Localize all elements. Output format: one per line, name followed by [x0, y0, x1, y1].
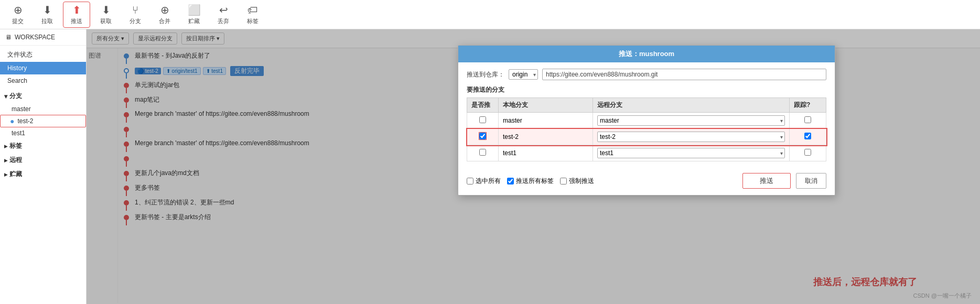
- toolbar-fetch-label: 获取: [100, 17, 112, 25]
- toolbar-pull-label: 拉取: [41, 17, 53, 25]
- branch-push-checkbox-2[interactable]: [479, 149, 486, 156]
- chevron-right-icon-3: ▸: [4, 171, 7, 178]
- toolbar-branch[interactable]: ⑂ 分支: [122, 2, 149, 28]
- branch-track-checkbox-2[interactable]: [804, 149, 811, 156]
- select-all-checkbox[interactable]: [467, 178, 473, 184]
- workspace-label: WORKSPACE: [15, 34, 55, 41]
- push-button[interactable]: 推送: [742, 173, 791, 189]
- toolbar-commit[interactable]: ⊕ 提交: [4, 2, 31, 28]
- branch-remote-select-2[interactable]: test1: [597, 148, 785, 158]
- sidebar-branch-test1[interactable]: test1: [0, 127, 86, 139]
- th-track: 跟踪?: [790, 98, 826, 113]
- sidebar-tags-group[interactable]: ▸ 标签: [0, 139, 86, 153]
- tag-icon: 🏷: [247, 4, 258, 16]
- push-all-tags-label[interactable]: 推送所有标签: [507, 177, 554, 186]
- toolbar-commit-label: 提交: [12, 17, 24, 25]
- chevron-right-icon-2: ▸: [4, 157, 7, 164]
- toolbar-discard-label: 丢弃: [218, 17, 229, 25]
- pull-icon: ⬇: [43, 4, 52, 16]
- toolbar-discard[interactable]: ↩ 丢弃: [210, 2, 237, 28]
- sidebar: 🖥 WORKSPACE 文件状态 History Search ▾ 分支 mas…: [0, 29, 87, 304]
- repo-select[interactable]: origin: [509, 69, 538, 80]
- repo-row: 推送到仓库： origin: [467, 69, 826, 80]
- workspace-item[interactable]: 🖥 WORKSPACE: [0, 29, 86, 46]
- branch-remote-0: master▾: [593, 113, 790, 129]
- sidebar-branches-group[interactable]: ▾ 分支: [0, 89, 86, 103]
- remote-group-label: 远程: [9, 156, 22, 165]
- branch-local-1: test-2: [499, 129, 593, 145]
- toolbar-tag-label: 标签: [247, 17, 259, 25]
- branch-test2-label: test-2: [17, 117, 33, 125]
- branch-table: 是否推 本地分支 远程分支 跟踪? mastermaster▾test-2tes…: [467, 97, 826, 161]
- fetch-icon: ⬇: [102, 4, 111, 16]
- discard-icon: ↩: [219, 4, 228, 16]
- force-push-label[interactable]: 强制推送: [560, 177, 594, 186]
- branch-test1-label: test1: [12, 129, 25, 137]
- sidebar-remote-group[interactable]: ▸ 远程: [0, 153, 86, 167]
- push-modal: 推送：mushroom 推送到仓库： origin 要推送的分支: [458, 45, 835, 196]
- sidebar-file-status-section: 文件状态 History Search: [0, 46, 86, 89]
- chevron-down-icon: ▾: [4, 93, 7, 100]
- branch-track-checkbox-0[interactable]: [804, 116, 811, 123]
- cancel-button[interactable]: 取消: [796, 173, 826, 189]
- push-icon: ⬆: [72, 4, 81, 16]
- modal-footer: 选中所有 推送所有标签 强制推送 推送 取消: [458, 168, 835, 195]
- sidebar-search[interactable]: Search: [0, 74, 86, 87]
- commit-icon: ⊕: [14, 4, 23, 16]
- branch-local-0: master: [499, 113, 593, 129]
- branch-list: master ● test-2 test1: [0, 103, 86, 139]
- section-label: 要推送的分支: [467, 85, 826, 94]
- branch-track-checkbox-1[interactable]: [804, 133, 811, 139]
- th-local: 本地分支: [499, 98, 593, 113]
- sidebar-file-status[interactable]: 文件状态: [0, 48, 86, 62]
- branches-group-label: 分支: [9, 92, 22, 101]
- toolbar-push[interactable]: ⬆ 推送: [63, 2, 90, 28]
- modal-body: 推送到仓库： origin 要推送的分支 是否推 本地分支: [458, 62, 835, 168]
- branch-master-label: master: [12, 105, 31, 113]
- toolbar-push-label: 推送: [71, 17, 82, 25]
- history-label: History: [7, 64, 27, 72]
- footer-left: 选中所有 推送所有标签 强制推送: [467, 177, 594, 186]
- stash-icon: ⬜: [188, 4, 201, 16]
- branch-push-checkbox-0[interactable]: [479, 116, 486, 123]
- select-all-label[interactable]: 选中所有: [467, 177, 501, 186]
- footer-right: 推送 取消: [742, 173, 826, 189]
- main-layout: 🖥 WORKSPACE 文件状态 History Search ▾ 分支 mas…: [0, 29, 980, 304]
- toolbar-pull[interactable]: ⬇ 拉取: [34, 2, 61, 28]
- th-remote: 远程分支: [593, 98, 790, 113]
- merge-icon: ⊕: [160, 4, 169, 16]
- toolbar-fetch[interactable]: ⬇ 获取: [92, 2, 120, 28]
- stash-group-label: 贮藏: [9, 170, 22, 179]
- toolbar-branch-label: 分支: [130, 17, 141, 25]
- branch-push-checkbox-1[interactable]: [479, 133, 486, 139]
- push-all-tags-checkbox[interactable]: [507, 178, 514, 184]
- sidebar-branch-test2[interactable]: ● test-2: [0, 115, 86, 127]
- branch-remote-2: test1▾: [593, 145, 790, 161]
- tags-group-label: 标签: [9, 142, 22, 150]
- branch-remote-select-0[interactable]: master: [597, 115, 785, 126]
- branch-icon: ⑂: [132, 4, 138, 16]
- toolbar-merge-label: 合并: [159, 17, 170, 25]
- current-branch-dot: ●: [10, 117, 14, 125]
- toolbar-stash-label: 贮藏: [188, 17, 200, 25]
- repo-url-input[interactable]: [542, 69, 826, 80]
- branch-remote-1: test-2▾: [593, 129, 790, 145]
- branch-remote-select-1[interactable]: test-2: [597, 132, 785, 142]
- toolbar-merge[interactable]: ⊕ 合并: [151, 2, 178, 28]
- modal-title: 推送：mushroom: [458, 46, 835, 62]
- th-is-push: 是否推: [467, 98, 499, 113]
- search-label: Search: [7, 77, 27, 84]
- content-area: 所有分支 ▾ 显示远程分支 按日期排序 ▾ 图谱 最新书签 - 到Java的反射…: [87, 29, 980, 304]
- force-push-checkbox[interactable]: [560, 178, 567, 184]
- branch-local-2: test1: [499, 145, 593, 161]
- toolbar-tag[interactable]: 🏷 标签: [239, 2, 266, 28]
- sidebar-stash-group[interactable]: ▸ 贮藏: [0, 167, 86, 181]
- repo-label: 推送到仓库：: [467, 70, 504, 79]
- chevron-right-icon: ▸: [4, 143, 7, 150]
- sidebar-branch-master[interactable]: master: [0, 103, 86, 115]
- file-status-label: 文件状态: [7, 51, 33, 58]
- toolbar: ⊕ 提交 ⬇ 拉取 ⬆ 推送 ⬇ 获取 ⑂ 分支 ⊕ 合并 ⬜ 贮藏 ↩ 丢弃 …: [0, 0, 980, 29]
- toolbar-stash[interactable]: ⬜ 贮藏: [180, 2, 208, 28]
- sidebar-history[interactable]: History: [0, 62, 86, 74]
- workspace-icon: 🖥: [5, 34, 12, 41]
